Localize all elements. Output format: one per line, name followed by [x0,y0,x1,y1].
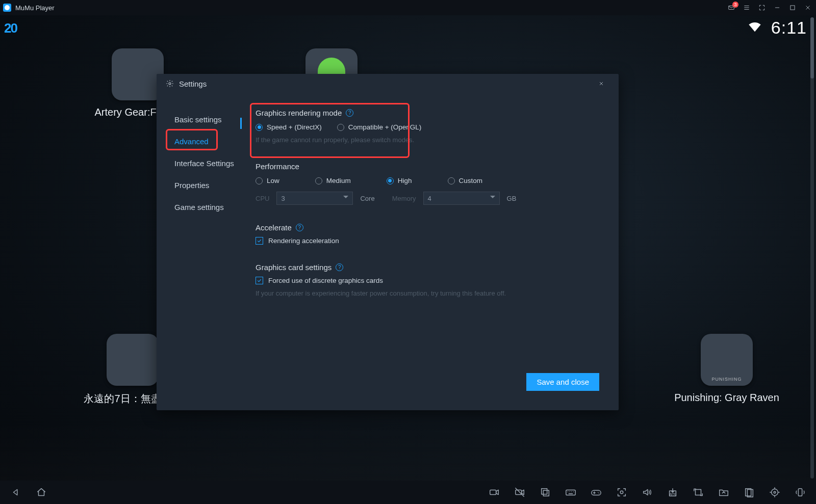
rendering-acceleration-label: Rendering acceleration [268,237,339,245]
gb-label: GB [507,195,517,202]
svg-text:APK: APK [670,492,677,496]
graphics-mode-hint: If the game cannot run properly, please … [256,136,604,144]
active-nav-marker [240,118,242,129]
save-and-close-button[interactable]: Save and close [526,373,599,391]
multi-instance-icon[interactable] [540,487,551,498]
cpu-label: CPU [256,195,269,202]
accelerate-title: Accelerate [256,223,292,232]
radio-speed-directx[interactable]: Speed + (DirectX) [256,123,322,131]
radio-perf-high[interactable]: High [387,177,412,184]
apk-install-icon[interactable]: APK [667,487,678,498]
svg-rect-4 [490,490,496,494]
home-icon[interactable] [36,487,47,498]
mail-icon[interactable]: 3 [726,3,736,13]
gamepad-icon[interactable] [591,487,602,498]
settings-nav: Basic settings Advanced Interface Settin… [157,93,241,373]
app-icon [701,334,753,386]
svg-rect-12 [696,490,701,495]
svg-rect-2 [790,6,795,10]
gpu-title: Graphics card settings [256,263,332,272]
memory-label: Memory [392,195,416,202]
help-icon[interactable]: ? [296,224,303,231]
menu-icon[interactable] [742,3,752,13]
app-icon [107,334,159,386]
svg-rect-7 [543,490,549,496]
gear-icon [166,79,174,88]
cpu-select[interactable]: 3 [276,192,353,205]
checkbox-rendering-acceleration[interactable] [256,237,263,245]
nav-game-settings[interactable]: Game settings [157,196,241,218]
fullscreen-icon[interactable] [757,3,767,13]
svg-point-9 [620,491,623,494]
record-icon[interactable] [489,487,500,498]
close-dialog-button[interactable] [598,78,609,89]
svg-point-15 [772,489,778,496]
vertical-scrollbar[interactable] [810,17,814,479]
page-indicator: 20 [4,20,17,36]
svg-point-3 [169,83,171,85]
settings-dialog: Settings Basic settings Advanced Interfa… [157,74,619,410]
svg-rect-8 [566,490,575,495]
android-statusbar: 6:11 [748,18,807,38]
location-icon[interactable] [769,487,780,498]
maximize-icon[interactable] [787,3,798,13]
graphics-mode-title: Graphics rendering mode [256,109,342,117]
dialog-title: Settings [179,79,207,88]
operation-record-icon[interactable] [744,487,755,498]
volume-icon[interactable] [642,487,653,498]
section-graphics-mode: Graphics rendering mode ? Speed + (Direc… [256,109,604,144]
app-icon [112,48,164,100]
svg-rect-6 [542,489,547,494]
radio-perf-low[interactable]: Low [256,177,279,184]
shared-folder-icon[interactable] [718,487,729,498]
status-time: 6:11 [771,18,807,38]
section-performance: Performance Low Medium High Custom CPU 3… [256,162,604,205]
minimize-icon[interactable] [772,3,782,13]
nav-advanced[interactable]: Advanced [157,130,241,152]
settings-pane: Graphics rendering mode ? Speed + (Direc… [241,93,619,373]
checkbox-discrete-gpu[interactable] [256,277,263,284]
app-tile[interactable]: Punishing: Gray Raven [668,334,785,406]
app-logo-icon [3,4,11,12]
svg-point-0 [5,5,10,10]
keyboard-icon[interactable] [565,487,576,498]
nav-basic-settings[interactable]: Basic settings [157,109,241,130]
section-accelerate: Accelerate ? Rendering acceleration [256,223,604,245]
svg-rect-17 [798,489,802,496]
memory-select[interactable]: 4 [423,192,500,205]
back-icon[interactable] [10,487,21,498]
discrete-gpu-label: Forced use of discrete graphics cards [268,277,383,284]
app-label: Punishing: Gray Raven [674,392,779,404]
close-window-icon[interactable] [803,3,813,13]
performance-title: Performance [256,162,299,171]
radio-perf-custom[interactable]: Custom [448,177,483,184]
gpu-hint: If your computer is experiencing faster … [256,289,604,297]
screenshot-icon[interactable] [616,487,627,498]
svg-point-16 [774,491,776,493]
chevron-down-icon [343,196,348,201]
dialog-header: Settings [157,74,619,93]
help-icon[interactable]: ? [346,109,353,117]
nav-properties[interactable]: Properties [157,174,241,196]
window-titlebar: MuMu Player 3 [0,0,816,15]
emulator-toolbar: APK [0,481,816,504]
shake-icon[interactable] [795,487,806,498]
app-title: MuMu Player [15,4,55,12]
chevron-down-icon [490,196,495,201]
radio-perf-medium[interactable]: Medium [315,177,351,184]
mail-badge: 3 [732,2,738,8]
core-label: Core [360,195,374,202]
wifi-icon [748,20,762,36]
rotate-icon[interactable] [693,487,704,498]
section-gpu: Graphics card settings ? Forced use of d… [256,263,604,297]
record-off-icon[interactable] [514,487,525,498]
help-icon[interactable]: ? [336,263,343,271]
radio-compatible-opengl[interactable]: Compatible + (OpenGL) [337,123,422,131]
nav-interface-settings[interactable]: Interface Settings [157,152,241,174]
